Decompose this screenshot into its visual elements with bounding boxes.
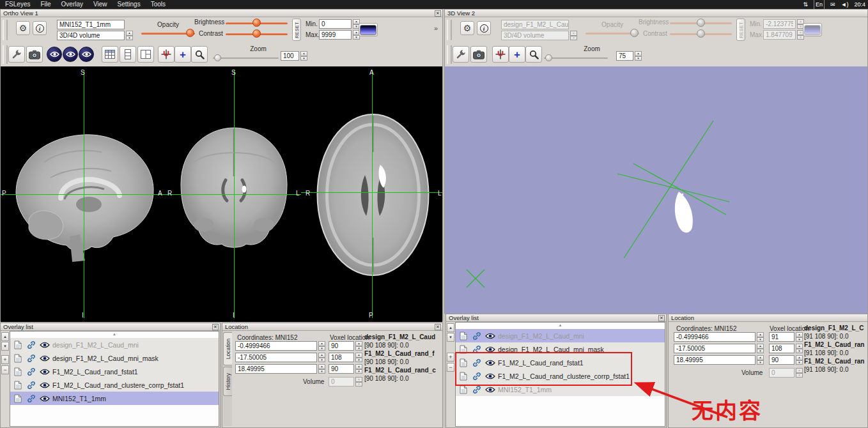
coord-y-field[interactable]	[674, 344, 756, 353]
max-field[interactable]	[319, 30, 352, 40]
voxel-y-spinner[interactable]	[355, 353, 362, 362]
close-icon[interactable]: ✕	[435, 324, 441, 330]
slider-knob[interactable]	[252, 29, 261, 38]
menu-tools[interactable]: Tools	[146, 0, 171, 9]
overlay-info-button[interactable]	[12, 393, 23, 404]
voxel-x-field[interactable]	[769, 332, 794, 342]
overlay-list-titlebar[interactable]: Overlay list ✕	[446, 314, 666, 322]
add-overlay-button[interactable]: +	[174, 46, 191, 63]
layout-horizontal-button[interactable]	[102, 46, 118, 63]
volume-field[interactable]	[329, 377, 354, 386]
overlay-info-button[interactable]: i	[33, 21, 47, 35]
add-overlay-button[interactable]: +	[447, 353, 454, 362]
overlay-link-button[interactable]	[26, 379, 36, 390]
screenshot-button[interactable]	[470, 46, 487, 63]
display-settings-button[interactable]: ⚙	[460, 21, 474, 35]
min-field[interactable]	[319, 19, 352, 29]
brightness-slider[interactable]	[670, 19, 732, 27]
view3d-settings-button[interactable]	[453, 46, 469, 63]
axial-slice[interactable]	[306, 106, 440, 284]
slider-knob[interactable]	[252, 19, 261, 27]
volume-icon[interactable]: ◄)	[841, 0, 849, 9]
overlay-info-button[interactable]	[12, 366, 23, 377]
voxel-x-field[interactable]	[329, 341, 354, 351]
tab-location[interactable]: Location	[223, 332, 232, 365]
voxel-y-field[interactable]	[329, 353, 354, 362]
overlay-row[interactable]: F1_M2_L_Caud_rand_clustere_corrp_fstat1	[10, 378, 219, 392]
zoom-slider[interactable]	[213, 54, 279, 63]
close-icon[interactable]: ✕	[435, 10, 441, 17]
close-icon[interactable]: ✕	[212, 324, 219, 330]
voxel-z-field[interactable]	[329, 364, 354, 374]
toggle-coronal-canvas-button[interactable]	[63, 47, 78, 62]
slider-knob[interactable]	[214, 54, 221, 61]
reset-button[interactable]: RESET	[292, 19, 301, 41]
overlay-link-button[interactable]	[26, 339, 36, 350]
toggle-axial-canvas-button[interactable]	[79, 47, 94, 62]
overlay-list-titlebar[interactable]: Overlay list ✕	[1, 323, 220, 331]
toolbar-grip[interactable]	[3, 20, 8, 40]
coord-y-field[interactable]	[235, 353, 317, 362]
slider-knob[interactable]	[545, 54, 552, 61]
overlay-info-button[interactable]	[12, 379, 23, 390]
voxel-y-field[interactable]	[769, 344, 794, 353]
overlay-row[interactable]: F1_M2_L_Caud_rand_fstat1	[10, 365, 219, 378]
overlay-link-button[interactable]	[26, 353, 36, 363]
overlay-row-selected[interactable]: MNI152_T1_1mm	[10, 392, 219, 405]
zoom-mode-button[interactable]	[191, 46, 208, 63]
sagittal-slice[interactable]	[6, 124, 163, 263]
network-icon[interactable]: ⇅	[803, 0, 808, 9]
layout-grid-button[interactable]	[137, 46, 154, 63]
overlay-row-selected[interactable]: design_F1_M2_L_Caud_mni	[456, 329, 665, 342]
voxel-x-spinner[interactable]	[796, 332, 803, 342]
overlay-type-combo[interactable]: 3D/4D volume	[501, 31, 569, 40]
overlay-info-button[interactable]	[12, 353, 23, 363]
menu-view[interactable]: View	[88, 0, 112, 9]
overlay-type-spinner[interactable]	[570, 31, 577, 40]
opacity-slider[interactable]	[141, 29, 195, 38]
contrast-slider[interactable]	[226, 29, 288, 38]
toolbar-grip[interactable]	[3, 45, 8, 64]
coord-z-spinner[interactable]	[757, 355, 764, 365]
screenshot-button[interactable]	[26, 46, 43, 63]
voxel-x-spinner[interactable]	[355, 341, 362, 351]
overlay-visibility-button[interactable]	[39, 353, 50, 363]
coord-y-spinner[interactable]	[318, 353, 325, 362]
ortho-view-titlebar[interactable]: Ortho View 1 ✕	[1, 10, 442, 17]
overlay-visibility-button[interactable]	[39, 379, 50, 390]
overlay-visibility-button[interactable]	[484, 330, 495, 341]
overlay-link-button[interactable]	[471, 330, 482, 341]
overlay-visibility-button[interactable]	[39, 393, 50, 404]
slider-knob[interactable]	[697, 29, 705, 38]
colourmap-button[interactable]	[359, 23, 378, 36]
move-overlay-down-button[interactable]: ▼	[447, 333, 454, 342]
zoom-spinner[interactable]	[300, 51, 307, 61]
mail-icon[interactable]: ✉	[830, 0, 835, 9]
overlay-name-combo[interactable]: MNI152_T1_1mm	[57, 20, 125, 29]
overlay-info-button[interactable]: i	[477, 21, 491, 35]
ortho-canvas[interactable]: S S A P A R L R L I I P	[1, 66, 442, 322]
close-icon[interactable]: ✕	[658, 315, 665, 321]
move-overlay-up-button[interactable]: ▲	[447, 323, 454, 332]
voxel-z-spinner[interactable]	[796, 355, 803, 365]
view3d-titlebar[interactable]: 3D View 2	[445, 10, 867, 17]
toolbar-grip[interactable]	[447, 20, 452, 40]
coord-z-spinner[interactable]	[318, 364, 325, 374]
voxel-y-spinner[interactable]	[796, 344, 803, 353]
centre-cursor-button[interactable]	[492, 46, 509, 63]
zoom-field[interactable]	[281, 51, 299, 61]
menu-file[interactable]: File	[35, 0, 56, 9]
brightness-slider[interactable]	[226, 19, 288, 27]
coord-y-spinner[interactable]	[757, 344, 764, 353]
menu-settings[interactable]: Settings	[112, 0, 146, 9]
add-overlay-button[interactable]: +	[1, 355, 9, 364]
ortho-settings-button[interactable]	[8, 46, 25, 63]
location-titlebar[interactable]: Location	[669, 314, 867, 322]
display-settings-button[interactable]: ⚙	[16, 21, 30, 35]
overlay-row[interactable]: design_F1_M2_L_Caud_mni_mask	[10, 351, 219, 365]
volume-spinner[interactable]	[355, 377, 362, 386]
coord-x-field[interactable]	[674, 332, 756, 342]
overlay-link-button[interactable]	[26, 393, 36, 404]
move-overlay-up-button[interactable]: ▲	[1, 332, 9, 341]
overlay-link-button[interactable]	[26, 366, 36, 377]
